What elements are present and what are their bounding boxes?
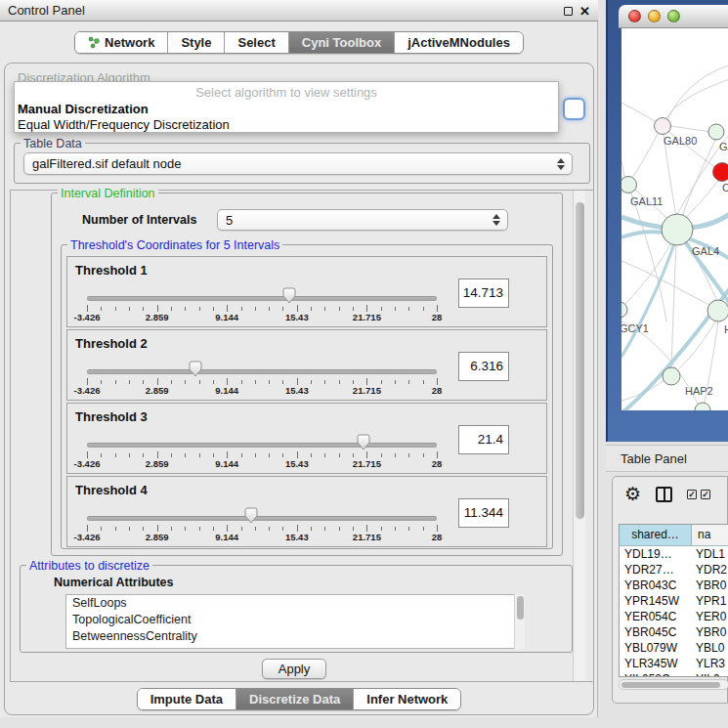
float-window-icon[interactable] (564, 7, 573, 16)
cell-shared-name[interactable]: YBR045C (620, 624, 692, 640)
slider-thumb[interactable] (244, 507, 258, 524)
table-row[interactable]: YLR345WYLR3 (620, 656, 728, 671)
slider-tick (115, 453, 116, 457)
slider-tick (129, 307, 130, 311)
algorithm-option-manual-discretization[interactable]: Manual Discretization (18, 102, 149, 116)
cell-shared-name[interactable]: YER054C (620, 609, 692, 624)
slider-thumb[interactable] (282, 287, 296, 304)
cell-shared-name[interactable]: YDL19… (620, 546, 692, 562)
tab-infer-network[interactable]: Infer Network (354, 689, 460, 709)
column-header-shared-name[interactable]: shared… (620, 525, 692, 545)
slider-tick (199, 527, 200, 531)
cell-name[interactable]: YPR1 (692, 593, 728, 609)
checkbox-icon[interactable]: ✓ (687, 490, 697, 499)
zoom-traffic-light-icon[interactable] (667, 10, 680, 22)
table-row[interactable]: YIL052CYIL0 (620, 671, 728, 677)
network-view-window[interactable]: GAL80GACGAL11GAL4GCY1HHAP2 (606, 0, 728, 442)
table-data-combobox[interactable]: galFiltered.sif default node (23, 152, 573, 175)
network-window-titlebar[interactable] (619, 5, 728, 28)
slider-track[interactable] (87, 369, 437, 374)
table-row[interactable]: YPR145WYPR1 (620, 593, 728, 609)
table-row[interactable]: YBR043CYBR0 (620, 578, 728, 593)
slider-tick-labels: -3.4262.8599.14415.4321.71528 (87, 532, 437, 543)
cell-shared-name[interactable]: YPR145W (620, 593, 692, 609)
threshold-slider-panel: Threshold 1-3.4262.8599.14415.4321.71528… (66, 256, 547, 327)
tab-discretize-data[interactable]: Discretize Data (236, 689, 354, 709)
slider-tick (143, 527, 144, 531)
slider-tick-label: 9.144 (215, 385, 238, 396)
combobox-spinner-icon (492, 213, 500, 227)
threshold-value-field[interactable]: 14.713 (458, 278, 509, 308)
slider-thumb[interactable] (189, 361, 202, 377)
algorithm-option-equal-width-frequency[interactable]: Equal Width/Frequency Discretization (18, 117, 230, 132)
cell-name[interactable]: YBR0 (692, 578, 728, 593)
slider-tick (241, 380, 242, 384)
slider-track[interactable] (87, 516, 437, 521)
number-of-intervals-combobox[interactable]: 5 (217, 209, 508, 231)
network-edge (670, 126, 711, 132)
columns-icon[interactable] (656, 487, 672, 502)
scrollbar-thumb[interactable] (517, 596, 524, 620)
table-horizontal-scrollbar[interactable] (619, 679, 728, 690)
apply-button[interactable]: Apply (262, 659, 326, 679)
cell-name[interactable]: YDL1 (692, 546, 728, 562)
cell-shared-name[interactable]: YDR27… (620, 562, 692, 578)
table-body: YDL19…YDL1YDR27…YDR2YBR043CYBR0YPR145WYP… (620, 546, 728, 677)
network-node (662, 214, 693, 245)
threshold-value-field[interactable]: 21.4 (458, 425, 509, 454)
slider-tick-label: 15.43 (285, 385, 309, 396)
cell-name[interactable]: YLR3 (692, 656, 728, 671)
scrollbar-thumb[interactable] (576, 202, 584, 519)
cell-shared-name[interactable]: YBL079W (620, 640, 692, 656)
slider-tick-labels: -3.4262.8599.14415.4321.71528 (87, 312, 437, 323)
tab-select[interactable]: Select (225, 32, 288, 53)
gear-icon[interactable]: ⚙ (624, 485, 641, 503)
attribute-list-item[interactable]: BetweennessCentrality (66, 628, 524, 645)
numerical-attributes-label: Numerical Attributes (54, 576, 173, 589)
cell-name[interactable]: YER0 (692, 609, 728, 624)
scrollbar-thumb[interactable] (621, 682, 720, 688)
table-row[interactable]: YBL079WYBL0 (620, 640, 728, 656)
settings-vertical-scrollbar[interactable] (573, 191, 585, 681)
threshold-slider-panel: Threshold 4-3.4262.8599.14415.4321.71528… (66, 476, 547, 547)
slider-tick (199, 453, 200, 457)
table-row[interactable]: YBR045CYBR0 (620, 624, 728, 640)
network-canvas[interactable]: GAL80GACGAL11GAL4GCY1HHAP2 (621, 28, 728, 410)
close-icon[interactable]: ✕ (579, 5, 590, 18)
close-traffic-light-icon[interactable] (628, 10, 641, 22)
cell-name[interactable]: YIL0 (692, 671, 728, 677)
threshold-value-field[interactable]: 11.344 (458, 498, 509, 528)
threshold-value-field[interactable]: 6.316 (458, 352, 509, 381)
node-table[interactable]: shared… na YDL19…YDL1YDR27…YDR2YBR043CYB… (619, 524, 728, 677)
algorithm-placeholder-option[interactable]: Select algorithm to view settings (15, 85, 558, 100)
attributes-list-scrollbar[interactable] (514, 594, 525, 649)
slider-tick (101, 307, 102, 311)
cell-shared-name[interactable]: YBR043C (620, 578, 692, 593)
minimize-traffic-light-icon[interactable] (648, 10, 661, 22)
cell-name[interactable]: YDR2 (692, 562, 728, 578)
tab-style[interactable]: Style (168, 32, 225, 53)
attribute-list-item[interactable]: SelfLoops (66, 595, 524, 612)
checkbox-icon[interactable]: ✓ (701, 490, 710, 499)
table-row[interactable]: YDR27…YDR2 (620, 562, 728, 578)
table-row[interactable]: YDL19…YDL1 (620, 546, 728, 562)
cell-name[interactable]: YBL0 (692, 640, 728, 656)
tab-jactivemnodules[interactable]: jActiveMNodules (395, 32, 523, 53)
table-row[interactable]: YER054CYER0 (620, 609, 728, 624)
column-header-name[interactable]: na (692, 525, 728, 545)
algorithm-combobox-focus-ring[interactable] (563, 98, 585, 120)
cell-name[interactable]: YBR0 (692, 624, 728, 640)
cell-shared-name[interactable]: YLR345W (620, 656, 692, 671)
cell-shared-name[interactable]: YIL052C (620, 671, 692, 677)
numerical-attributes-list[interactable]: SelfLoopsTopologicalCoefficientBetweenne… (65, 594, 525, 649)
slider-tick (408, 380, 409, 384)
tab-network[interactable]: Network (75, 32, 168, 53)
slider-track[interactable] (87, 296, 437, 301)
thresholds-group: Threshold's Coordinates for 5 Intervals … (61, 244, 553, 549)
attribute-list-item[interactable]: TopologicalCoefficient (66, 612, 524, 628)
slider-thumb[interactable] (357, 434, 370, 450)
tab-cyni-toolbox[interactable]: Cyni Toolbox (289, 32, 395, 53)
slider-tick (353, 527, 354, 531)
tab-impute-data[interactable]: Impute Data (138, 689, 236, 709)
slider-track[interactable] (87, 443, 437, 448)
